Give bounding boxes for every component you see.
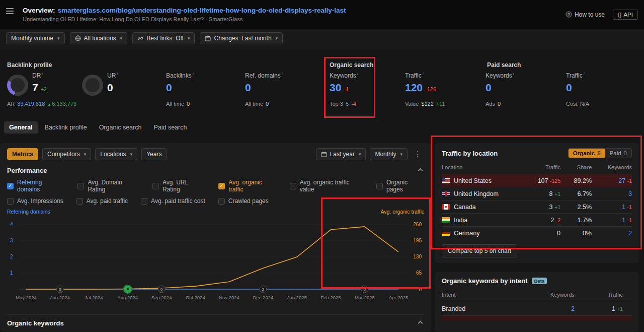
ads-line: Ads 0 [486, 101, 501, 107]
dr-delta: +2 [41, 86, 47, 92]
paid-keywords-value[interactable]: 0 [486, 82, 492, 94]
ahrefs-rank-value[interactable]: 33,419,818 [17, 101, 45, 107]
svg-text:195: 195 [413, 238, 422, 243]
backlink-profile-heading: Backlink profile [7, 61, 52, 69]
svg-text:?: ? [568, 12, 570, 17]
menu-icon[interactable] [6, 8, 14, 14]
location-keywords: 1 -1 [592, 217, 632, 224]
granularity-dropdown[interactable]: Monthly [370, 148, 408, 160]
metric-checkbox-avg-paid-traffic[interactable]: Avg. paid traffic [76, 197, 128, 205]
location-traffic: 8 +1 [517, 190, 560, 197]
location-share: 6.7% [560, 190, 592, 197]
competitors-dropdown[interactable]: Competitors [42, 148, 91, 160]
svg-text:2: 2 [262, 287, 265, 292]
collapse-chevron-icon[interactable] [418, 168, 423, 173]
location-row-gb[interactable]: United Kingdom8 +16.7%3 [442, 187, 632, 200]
svg-text:Oct 2024: Oct 2024 [186, 295, 205, 300]
metric-checkbox-avg-organic-traffic-value[interactable]: Avg. organic traffic value [290, 179, 363, 193]
compare-top5-button[interactable]: Compare top 5 on chart [442, 244, 517, 257]
organic-traffic-value[interactable]: 120 [405, 82, 423, 94]
more-options-icon[interactable] [412, 150, 424, 159]
metric-checkbox-avg-url-rating[interactable]: Avg. URL Rating [152, 179, 205, 193]
paid-traffic-value[interactable]: 0 [566, 82, 572, 94]
ref-domains-alltime-line: All time 0 [245, 101, 269, 107]
overview-metrics: Backlink profile Organic search Paid sea… [0, 48, 644, 122]
all-locations-dropdown[interactable]: All locations [70, 32, 128, 44]
api-button[interactable]: API [613, 10, 638, 20]
location-name: United States [454, 177, 492, 184]
svg-text:Jul 2024: Jul 2024 [85, 295, 103, 300]
svg-text:2: 2 [10, 254, 13, 259]
general-panel: Metrics Competitors Locations Years Last… [0, 143, 431, 332]
collapse-chevron-icon[interactable] [418, 321, 423, 326]
intent-row-branded[interactable]: Branded 2 1 +1 [442, 302, 632, 315]
ref-domains-value[interactable]: 0 [245, 82, 251, 94]
checkbox-icon [376, 183, 383, 189]
flag-in-icon [442, 217, 450, 223]
metric-checkbox-row: Avg. ImpressionsAvg. paid trafficAvg. pa… [7, 197, 424, 205]
location-traffic: 107 -125 [517, 177, 560, 184]
metric-checkbox-avg-paid-traffic-cost[interactable]: Avg. paid traffic cost [141, 197, 205, 205]
page-subtitle: Understanding OLED Lifetime: How Long Do… [23, 16, 560, 22]
location-keywords: 2 [592, 230, 632, 237]
location-row-in[interactable]: India2 -21.7%1 -1 [442, 213, 632, 226]
organic-keywords-value[interactable]: 30 [330, 82, 341, 94]
svg-text:260: 260 [413, 222, 422, 227]
tab-backlink-profile[interactable]: Backlink profile [40, 121, 92, 134]
svg-text:Aug 2024: Aug 2024 [117, 295, 138, 300]
domain-rating-gauge [7, 75, 28, 96]
years-button[interactable]: Years [141, 148, 167, 160]
metric-checkbox-organic-pages[interactable]: Organic pages [376, 179, 424, 193]
monthly-volume-dropdown[interactable]: Monthly volume [6, 32, 65, 44]
metric-checkbox-avg-domain-rating[interactable]: Avg. Domain Rating [77, 179, 139, 193]
best-links-dropdown[interactable]: Best links: Off [132, 32, 195, 44]
location-row-ca[interactable]: Canada3 +12.5%1 -1 [442, 200, 632, 213]
checkbox-icon [7, 183, 14, 189]
organic-keywords-section-header: Organic keywords [7, 314, 424, 327]
location-row-de[interactable]: Germany0 0%2 [442, 226, 632, 239]
ref-domains-metric: Ref. domains 0 [245, 72, 282, 94]
beta-badge: Beta [532, 278, 547, 284]
svg-text:May 2024: May 2024 [16, 295, 37, 300]
backlinks-metric: Backlinks 0 [166, 72, 193, 94]
info-icon [116, 72, 118, 79]
info-icon [422, 72, 424, 79]
location-share: 89.2% [560, 177, 592, 184]
metric-checkbox-avg-impressions[interactable]: Avg. Impressions [7, 197, 63, 205]
location-row-us[interactable]: United States107 -12589.2%27 -1 [442, 174, 632, 187]
how-to-use-link[interactable]: ? How to use [566, 11, 605, 18]
paid-toggle[interactable]: Paid0 [605, 149, 631, 158]
metrics-button[interactable]: Metrics [7, 148, 38, 160]
location-name: United Kingdom [454, 190, 499, 197]
checkbox-icon [218, 198, 225, 205]
date-range-dropdown[interactable]: Last year [316, 148, 366, 160]
metric-checkbox-avg-organic-traffic[interactable]: Avg. organic traffic [218, 179, 276, 193]
svg-text:Jan 2025: Jan 2025 [287, 295, 307, 300]
metric-checkbox-referring-domains[interactable]: Referring domains [7, 179, 64, 193]
dr-value: 7 [32, 82, 38, 94]
svg-text:Dec 2024: Dec 2024 [253, 295, 274, 300]
location-name: Canada [454, 204, 476, 211]
location-share: 2.5% [560, 204, 592, 211]
location-name: Germany [454, 230, 479, 237]
flag-de-icon [442, 230, 450, 236]
target-url-link[interactable]: smarterglass.com/blog/understanding-oled… [58, 7, 346, 14]
backlinks-value[interactable]: 0 [166, 82, 172, 94]
organic-toggle[interactable]: Organic5 [569, 149, 605, 158]
performance-chart[interactable]: 1234651301952600May 2024Jun 2024Jul 2024… [7, 216, 424, 313]
section-tabs: General Backlink profile Organic search … [4, 121, 192, 134]
backlinks-alltime-line: All time 0 [166, 101, 190, 107]
svg-text:0: 0 [160, 287, 163, 292]
svg-text:0: 0 [363, 287, 366, 292]
tab-general[interactable]: General [4, 121, 38, 134]
tab-organic-search[interactable]: Organic search [94, 121, 147, 134]
performance-heading: Performance [7, 167, 47, 174]
locations-filter-dropdown[interactable]: Locations [95, 148, 137, 160]
info-icon [41, 72, 43, 79]
metric-checkbox-crawled-pages[interactable]: Crawled pages [218, 197, 269, 205]
traffic-value-line: Value $122 +11 [405, 101, 445, 107]
tab-paid-search[interactable]: Paid search [148, 121, 192, 134]
checkbox-icon [152, 183, 159, 189]
svg-text:Nov 2024: Nov 2024 [219, 295, 239, 300]
changes-dropdown[interactable]: Changes: Last month [200, 32, 283, 44]
